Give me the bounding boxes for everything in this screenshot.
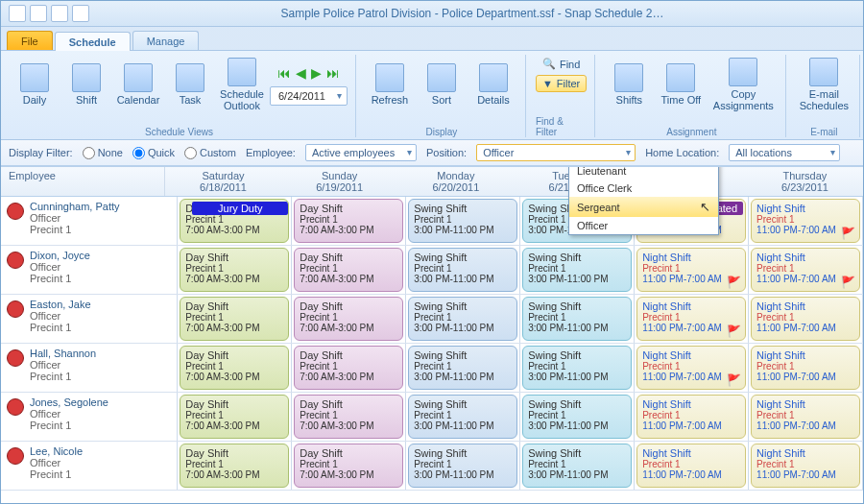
- employee-cell[interactable]: Jones, SegoleneOfficerPrecint 1: [1, 393, 178, 441]
- home-location-combo[interactable]: All locations: [729, 144, 840, 161]
- grid-header: Employee Saturday6/18/2011Sunday6/19/201…: [1, 167, 863, 197]
- column-day[interactable]: Saturday6/18/2011: [165, 167, 281, 196]
- tab-schedule[interactable]: Schedule: [55, 32, 131, 51]
- shift-block[interactable]: Day ShiftPrecint 17:00 AM-3:00 PM: [180, 395, 289, 439]
- shift-block[interactable]: Day ShiftPrecint 17:00 AM-3:00 PM: [294, 444, 403, 488]
- shift-block[interactable]: Swing ShiftPrecint 13:00 PM-11:00 PM: [522, 346, 632, 390]
- jury-duty-overlay[interactable]: Jury Duty: [192, 202, 288, 215]
- shift-block[interactable]: Swing ShiftPrecint 13:00 PM-11:00 PM: [522, 297, 632, 341]
- schedule-cell: Day ShiftPrecint 17:00 AM-3:00 PM: [292, 295, 406, 343]
- shift-block[interactable]: Day ShiftPrecint 17:00 AM-3:00 PM: [294, 346, 403, 390]
- filter-custom-radio[interactable]: Custom: [184, 147, 236, 159]
- shift-button[interactable]: Shift: [62, 55, 110, 114]
- column-day[interactable]: Thursday6/23/2011: [747, 167, 863, 196]
- shift-block[interactable]: Day ShiftPrecint 17:00 AM-3:00 PM: [294, 297, 403, 341]
- shift-block[interactable]: Night ShiftPrecint 111:00 PM-7:00 AM🚩: [751, 199, 860, 243]
- nav-prev-icon[interactable]: ◀: [294, 63, 308, 83]
- shift-block[interactable]: Night ShiftPrecint 111:00 PM-7:00 AM: [751, 297, 860, 341]
- shift-time: 7:00 AM-3:00 PM: [185, 469, 283, 480]
- shift-block[interactable]: Day ShiftPrecint 17:00 AM-3:00 PM: [180, 346, 289, 390]
- column-day[interactable]: Monday6/20/2011: [397, 167, 514, 196]
- refresh-button[interactable]: Refresh: [366, 55, 414, 114]
- employee-cell[interactable]: Hall, ShannonOfficerPrecint 1: [1, 344, 178, 392]
- shifts-button[interactable]: Shifts: [605, 55, 653, 114]
- shift-title: Swing Shift: [414, 203, 512, 214]
- shift-block[interactable]: Night ShiftPrecint 111:00 PM-7:00 AM: [636, 444, 746, 488]
- qat-button[interactable]: [9, 5, 26, 22]
- shift-block[interactable]: Night ShiftPrecint 111:00 PM-7:00 AM: [636, 395, 746, 439]
- shift-block[interactable]: Night ShiftPrecint 111:00 PM-7:00 AM🚩: [751, 248, 860, 292]
- position-option[interactable]: Sergeant↖: [569, 197, 718, 217]
- employee-location: Precint 1: [30, 371, 96, 382]
- calendar-button[interactable]: Calendar: [114, 55, 162, 114]
- column-employee[interactable]: Employee: [1, 167, 165, 196]
- copy-assignments-button[interactable]: Copy Assignments: [708, 55, 778, 114]
- employee-name: Easton, Jake: [30, 299, 91, 310]
- details-icon: [479, 63, 508, 92]
- shift-block[interactable]: Night ShiftPrecint 111:00 PM-7:00 AM: [751, 444, 860, 488]
- shift-block[interactable]: Day ShiftPrecint 17:00 AM-3:00 PMJury Du…: [180, 199, 289, 243]
- position-option[interactable]: Lieutenant: [569, 166, 718, 180]
- shift-block[interactable]: Swing ShiftPrecint 13:00 PM-11:00 PM: [408, 297, 517, 341]
- position-option[interactable]: Office Clerk: [569, 180, 718, 197]
- shift-block[interactable]: Night ShiftPrecint 111:00 PM-7:00 AM: [751, 395, 860, 439]
- shift-block[interactable]: Day ShiftPrecint 17:00 AM-3:00 PM: [294, 395, 403, 439]
- shift-block[interactable]: Day ShiftPrecint 17:00 AM-3:00 PM: [294, 199, 403, 243]
- schedule-cell: Day ShiftPrecint 17:00 AM-3:00 PM: [292, 393, 406, 441]
- filter-quick-radio[interactable]: Quick: [132, 147, 175, 159]
- shift-block[interactable]: Day ShiftPrecint 17:00 AM-3:00 PM: [180, 444, 289, 488]
- shift-block[interactable]: Day ShiftPrecint 17:00 AM-3:00 PM: [180, 248, 289, 292]
- shift-block[interactable]: Day ShiftPrecint 17:00 AM-3:00 PM: [294, 248, 403, 292]
- position-option[interactable]: Officer: [569, 217, 718, 234]
- tab-manage[interactable]: Manage: [132, 31, 200, 50]
- shift-block[interactable]: Swing ShiftPrecint 13:00 PM-11:00 PM: [408, 395, 517, 439]
- filter-button[interactable]: ▼Filter: [536, 75, 587, 92]
- shift-location: Precint 1: [414, 459, 512, 469]
- employee-cell[interactable]: Easton, JakeOfficerPrecint 1: [1, 295, 178, 343]
- schedule-cell: Day ShiftPrecint 17:00 AM-3:00 PM: [292, 442, 406, 490]
- nav-next-icon[interactable]: ▶: [309, 63, 324, 83]
- shift-block[interactable]: Night ShiftPrecint 111:00 PM-7:00 AM🚩: [636, 297, 746, 341]
- shift-block[interactable]: Swing ShiftPrecint 13:00 PM-11:00 PM: [522, 395, 632, 439]
- shift-block[interactable]: Night ShiftPrecint 111:00 PM-7:00 AM🚩: [636, 248, 746, 292]
- shift-block[interactable]: Swing ShiftPrecint 13:00 PM-11:00 PM: [408, 248, 517, 292]
- qat-button[interactable]: [51, 5, 68, 22]
- task-button[interactable]: Task: [166, 55, 214, 114]
- shift-location: Precint 1: [528, 459, 626, 469]
- email-schedules-button[interactable]: E-mail Schedules: [796, 55, 852, 114]
- shift-location: Precint 1: [414, 361, 512, 372]
- schedule-row: Dixon, JoyceOfficerPrecint 1Day ShiftPre…: [1, 246, 863, 295]
- shift-block[interactable]: Swing ShiftPrecint 13:00 PM-11:00 PM: [408, 444, 517, 488]
- shift-block[interactable]: Swing ShiftPrecint 13:00 PM-11:00 PM: [408, 199, 517, 243]
- timeoff-button[interactable]: Time Off: [657, 55, 705, 114]
- shift-block[interactable]: Swing ShiftPrecint 13:00 PM-11:00 PM: [408, 346, 517, 390]
- find-button[interactable]: 🔍Find: [536, 55, 587, 73]
- shift-block[interactable]: Night ShiftPrecint 111:00 PM-7:00 AM: [751, 346, 860, 390]
- nav-last-icon[interactable]: ⏭: [324, 63, 342, 83]
- position-filter-combo[interactable]: Officer: [476, 144, 636, 161]
- sort-button[interactable]: Sort: [418, 55, 466, 114]
- titlebar: Sample Police Patrol Division - Police D…: [1, 1, 863, 27]
- shift-title: Day Shift: [300, 349, 397, 361]
- shift-block[interactable]: Swing ShiftPrecint 13:00 PM-11:00 PM: [522, 248, 632, 292]
- employee-cell[interactable]: Cunningham, PattyOfficerPrecint 1: [1, 197, 178, 245]
- shift-title: Swing Shift: [414, 398, 512, 410]
- filter-none-radio[interactable]: None: [83, 147, 123, 159]
- daily-button[interactable]: Daily: [11, 55, 59, 114]
- ribbon-tabs: File Schedule Manage: [1, 27, 863, 50]
- schedule-outlook-button[interactable]: Schedule Outlook: [218, 55, 266, 114]
- qat-button[interactable]: [72, 5, 89, 22]
- shift-location: Precint 1: [756, 410, 854, 420]
- tab-file[interactable]: File: [7, 31, 53, 50]
- shift-block[interactable]: Swing ShiftPrecint 13:00 PM-11:00 PM: [522, 444, 632, 488]
- employee-cell[interactable]: Dixon, JoyceOfficerPrecint 1: [1, 246, 178, 294]
- column-day[interactable]: Sunday6/19/2011: [281, 167, 397, 196]
- shift-block[interactable]: Night ShiftPrecint 111:00 PM-7:00 AM🚩: [636, 346, 746, 390]
- employee-filter-combo[interactable]: Active employees: [305, 144, 417, 161]
- qat-button[interactable]: [30, 5, 47, 22]
- nav-first-icon[interactable]: ⏮: [276, 63, 293, 83]
- employee-cell[interactable]: Lee, NicoleOfficerPrecint 1: [1, 442, 178, 490]
- date-picker[interactable]: 6/24/2011: [270, 86, 348, 106]
- details-button[interactable]: Details: [469, 55, 517, 114]
- shift-block[interactable]: Day ShiftPrecint 17:00 AM-3:00 PM: [180, 297, 289, 341]
